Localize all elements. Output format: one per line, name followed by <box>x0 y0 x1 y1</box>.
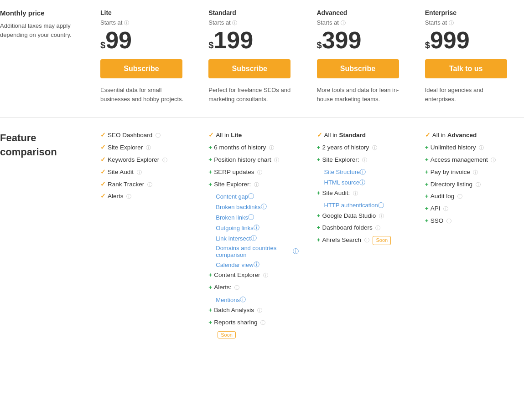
info-icon[interactable]: ⓘ <box>479 145 484 150</box>
feature-all-in-lite: ✓ All in Lite <box>208 131 298 140</box>
plan-desc-enterprise: Ideal for agencies and enterprises. <box>425 86 515 103</box>
check-icon: ✓ <box>100 131 106 140</box>
plus-icon: + <box>208 306 212 315</box>
info-icon[interactable]: ⓘ <box>379 213 384 219</box>
info-icon[interactable]: ⓘ <box>375 225 380 230</box>
info-icon[interactable]: ⓘ <box>476 182 481 187</box>
info-icon[interactable]: ⓘ <box>378 201 384 210</box>
feature-text: Site Explorer: ⓘ <box>322 156 367 164</box>
subscribe-btn-lite[interactable]: Subscribe <box>100 59 182 78</box>
feature-text: Content Explorer ⓘ <box>214 271 268 280</box>
info-icon[interactable]: ⓘ <box>257 169 262 175</box>
info-icon[interactable]: ⓘ <box>234 285 239 290</box>
info-icon-enterprise-starts[interactable]: ⓘ <box>449 20 454 26</box>
plan-name-advanced: Advanced <box>317 9 407 16</box>
feature-unlimited-history: + Unlimited history ⓘ <box>425 143 515 152</box>
info-icon[interactable]: ⓘ <box>254 261 259 269</box>
info-icon[interactable]: ⓘ <box>251 234 257 242</box>
feature-text: 6 months of history ⓘ <box>214 143 274 152</box>
info-icon[interactable]: ⓘ <box>446 218 451 224</box>
info-icon[interactable]: ⓘ <box>364 237 369 243</box>
feature-text: 2 years of history ⓘ <box>322 143 377 152</box>
feature-html-source: HTML source ⓘ <box>317 179 407 187</box>
info-icon[interactable]: ⓘ <box>261 203 267 211</box>
info-icon-advanced-starts[interactable]: ⓘ <box>341 20 346 26</box>
features-enterprise-col: ✓ All in Advanced + Unlimited history ⓘ … <box>416 131 524 338</box>
info-icon[interactable]: ⓘ <box>269 145 274 150</box>
feature-domains-countries: Domains and countries comparison ⓘ <box>208 245 298 258</box>
feature-ahrefs-search: + Ahrefs Search ⓘ Soon <box>317 236 407 245</box>
info-icon[interactable]: ⓘ <box>362 157 367 163</box>
info-icon[interactable]: ⓘ <box>240 296 246 304</box>
feature-site-structure: Site Structure ⓘ <box>317 168 407 176</box>
feature-text: Alerts ⓘ <box>108 192 131 201</box>
plus-icon: + <box>317 224 321 232</box>
info-icon[interactable]: ⓘ <box>274 157 279 163</box>
info-icon[interactable]: ⓘ <box>353 190 358 196</box>
plan-name-enterprise: Enterprise <box>425 9 515 16</box>
feature-calendar-view: Calendar view ⓘ <box>208 261 298 269</box>
info-icon[interactable]: ⓘ <box>254 224 259 232</box>
info-icon-standard-starts[interactable]: ⓘ <box>232 20 237 26</box>
info-icon[interactable]: ⓘ <box>443 206 448 211</box>
plan-lite: Lite Starts at ⓘ $ 99 Subscribe Essentia… <box>91 9 199 103</box>
feature-rank-tracker: ✓ Rank Tracker ⓘ <box>100 180 190 189</box>
info-icon[interactable]: ⓘ <box>126 194 131 199</box>
info-icon[interactable]: ⓘ <box>360 168 366 176</box>
feature-text: Site Explorer ⓘ <box>108 143 151 152</box>
info-icon[interactable]: ⓘ <box>263 272 268 278</box>
plus-icon: + <box>317 212 321 220</box>
plan-desc-lite: Essential data for small businesses and … <box>100 86 190 103</box>
info-icon[interactable]: ⓘ <box>137 169 142 175</box>
plus-icon: + <box>317 236 321 245</box>
feature-text: All in Lite <box>216 131 242 140</box>
info-icon[interactable]: ⓘ <box>293 247 299 256</box>
info-icon[interactable]: ⓘ <box>257 307 262 313</box>
feature-audit-log: + Audit log ⓘ <box>425 192 515 201</box>
features-advanced-col: ✓ All in Standard + 2 years of history ⓘ… <box>308 131 416 338</box>
info-icon[interactable]: ⓘ <box>248 213 254 221</box>
feature-content-explorer: + Content Explorer ⓘ <box>208 271 298 280</box>
feature-text: Dashboard folders ⓘ <box>322 224 380 232</box>
feature-reports-sharing: + Reports sharing ⓘ <box>208 318 298 327</box>
feature-comparison-section: Feature comparison ✓ SEO Dashboard ⓘ ✓ S… <box>0 118 524 348</box>
subscribe-btn-advanced[interactable]: Subscribe <box>317 59 399 78</box>
check-icon: ✓ <box>100 192 106 201</box>
plus-icon: + <box>208 143 212 152</box>
plan-desc-standard: Perfect for freelance SEOs and marketing… <box>208 86 298 103</box>
starts-at-advanced: Starts at ⓘ <box>317 19 407 26</box>
pricing-section: Monthly price Additional taxes may apply… <box>0 0 524 118</box>
check-icon: ✓ <box>100 168 106 177</box>
feature-site-explorer-advanced: + Site Explorer: ⓘ <box>317 156 407 164</box>
info-icon[interactable]: ⓘ <box>156 133 161 138</box>
feature-text: Keywords Explorer ⓘ <box>108 156 167 164</box>
feature-seo-dashboard: ✓ SEO Dashboard ⓘ <box>100 131 190 140</box>
feature-google-data-studio: + Google Data Studio ⓘ <box>317 212 407 220</box>
info-icon[interactable]: ⓘ <box>147 182 152 187</box>
plus-icon: + <box>425 168 429 177</box>
info-icon[interactable]: ⓘ <box>372 145 377 150</box>
plan-name-lite: Lite <box>100 9 190 16</box>
info-icon-lite-starts[interactable]: ⓘ <box>124 20 129 26</box>
info-icon[interactable]: ⓘ <box>359 179 365 187</box>
check-icon: ✓ <box>425 131 431 140</box>
feature-pay-by-invoice: + Pay by invoice ⓘ <box>425 168 515 177</box>
feature-text: Batch Analysis ⓘ <box>214 306 262 315</box>
info-icon[interactable]: ⓘ <box>457 194 462 199</box>
feature-text: Site Explorer: ⓘ <box>214 180 259 189</box>
price-row-standard: $ 199 <box>208 28 298 52</box>
soon-badge-ahrefs-search: Soon <box>373 236 391 245</box>
info-icon[interactable]: ⓘ <box>146 145 151 150</box>
plan-standard: Standard Starts at ⓘ $ 199 Subscribe Per… <box>199 9 307 103</box>
feature-http-authentication: HTTP authentication ⓘ <box>317 201 407 210</box>
info-icon[interactable]: ⓘ <box>491 157 496 163</box>
info-icon[interactable]: ⓘ <box>162 157 167 163</box>
feature-text: Directory listing ⓘ <box>431 180 481 189</box>
info-icon[interactable]: ⓘ <box>248 192 254 200</box>
info-icon[interactable]: ⓘ <box>473 169 478 175</box>
subscribe-btn-standard[interactable]: Subscribe <box>208 59 291 78</box>
talk-to-us-btn[interactable]: Talk to us <box>425 59 507 78</box>
feature-text: Rank Tracker ⓘ <box>108 180 152 189</box>
info-icon[interactable]: ⓘ <box>260 320 265 325</box>
info-icon[interactable]: ⓘ <box>254 182 259 187</box>
